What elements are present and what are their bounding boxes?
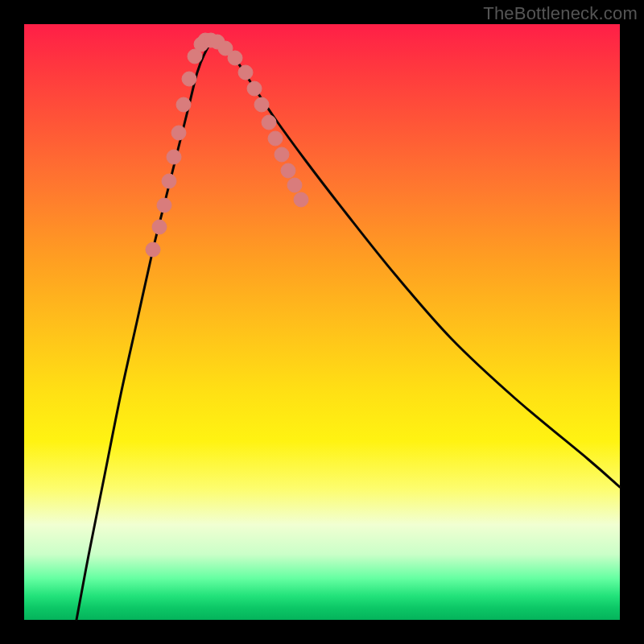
chart-stage: TheBottleneck.com — [0, 0, 644, 644]
plot-area — [24, 24, 620, 620]
data-marker — [238, 65, 253, 80]
data-marker — [287, 178, 302, 192]
data-marker — [228, 51, 242, 65]
data-markers — [146, 33, 308, 257]
bottleneck-curve — [76, 40, 620, 620]
data-marker — [157, 198, 171, 213]
data-marker — [268, 131, 283, 146]
data-marker — [281, 163, 295, 178]
curve-svg — [24, 24, 620, 620]
data-marker — [171, 126, 186, 140]
data-marker — [247, 81, 262, 96]
data-marker — [152, 220, 167, 234]
data-marker — [254, 97, 269, 112]
data-marker — [182, 72, 196, 86]
data-marker — [262, 115, 276, 130]
data-marker — [146, 242, 160, 257]
watermark: TheBottleneck.com — [483, 3, 638, 24]
data-marker — [162, 174, 176, 188]
data-marker — [176, 97, 191, 112]
data-marker — [275, 147, 289, 162]
data-marker — [167, 150, 181, 164]
data-marker — [294, 192, 308, 207]
